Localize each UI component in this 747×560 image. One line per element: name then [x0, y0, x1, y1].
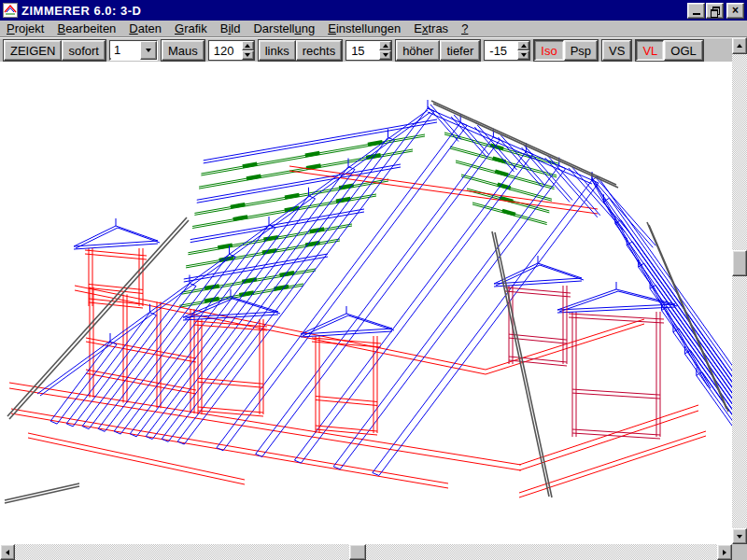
ogl-button[interactable]: OGL	[664, 40, 702, 61]
arrow-down-icon	[737, 535, 742, 541]
arrow-left-icon	[3, 550, 9, 555]
arrow-right-icon	[723, 550, 729, 555]
show-group: ZEIGEN sofort	[3, 39, 106, 62]
rechts-button[interactable]: rechts	[296, 40, 342, 61]
zeigen-button[interactable]: ZEIGEN	[4, 40, 62, 61]
rotation-up-button[interactable]	[242, 41, 254, 50]
application-window: { "window": { "title": "ZIMMERER 6.0: 3-…	[0, 0, 747, 560]
menu-item-einstellungen[interactable]: Einstellungen	[321, 21, 407, 36]
menu-item-bild[interactable]: Bild	[214, 21, 247, 36]
app-icon[interactable]	[3, 3, 18, 18]
spin-up-icon	[245, 41, 250, 48]
render-mode-group: VL OGL	[635, 39, 703, 62]
tilt-spinner[interactable]	[484, 40, 530, 61]
hoeher-button[interactable]: höher	[396, 40, 440, 61]
menu-item-bearbeiten[interactable]: Bearbeiten	[50, 21, 122, 36]
vscroll-up-button[interactable]	[732, 37, 747, 54]
view-number-combobox[interactable]	[109, 40, 158, 61]
tilt-value-input[interactable]	[485, 41, 517, 60]
roof-wireframe-drawing	[0, 62, 732, 544]
rotate-group: links rechts	[258, 39, 343, 62]
menu-item-daten[interactable]: Daten	[122, 21, 168, 36]
hscroll-left-button[interactable]	[0, 544, 15, 560]
step-value-input[interactable]	[346, 41, 379, 60]
vscroll-down-button[interactable]	[732, 528, 747, 544]
close-icon: ×	[732, 6, 739, 15]
rotation-spinner[interactable]	[208, 40, 255, 61]
vs-group: VS	[601, 39, 632, 62]
hscroll-right-button[interactable]	[717, 544, 732, 560]
arrow-up-icon	[737, 41, 742, 48]
rotation-value-input[interactable]	[209, 41, 242, 60]
maus-button[interactable]: Maus	[162, 40, 204, 61]
restore-icon	[711, 7, 719, 15]
step-spinner[interactable]	[345, 40, 392, 61]
close-button[interactable]: ×	[726, 3, 744, 19]
links-button[interactable]: links	[259, 40, 296, 61]
menu-bar: ProjektBearbeitenDatenGrafikBildDarstell…	[0, 21, 747, 37]
window-title: ZIMMERER 6.0: 3-D	[21, 4, 687, 18]
minimize-icon	[693, 13, 700, 15]
roof-sketch-icon	[4, 4, 17, 17]
drawing-viewport[interactable]	[0, 62, 732, 544]
title-bar[interactable]: ZIMMERER 6.0: 3-D ×	[0, 0, 747, 21]
iso-button[interactable]: Iso	[534, 40, 563, 61]
toolbar: ZEIGEN sofort Maus links rechts höher ti…	[0, 37, 732, 63]
hscroll-track[interactable]	[15, 544, 717, 560]
height-group: höher tiefer	[395, 39, 481, 62]
spin-down-icon	[245, 53, 250, 60]
vscroll-track[interactable]	[732, 54, 747, 528]
spin-down-icon	[383, 53, 388, 60]
maus-group: Maus	[161, 39, 205, 62]
step-down-button[interactable]	[379, 50, 391, 60]
spin-down-icon	[521, 53, 527, 60]
vl-button[interactable]: VL	[636, 40, 664, 61]
spin-up-icon	[521, 41, 527, 48]
tilt-up-button[interactable]	[517, 41, 529, 50]
menu-item-grafik[interactable]: Grafik	[168, 21, 214, 36]
step-up-button[interactable]	[379, 41, 391, 50]
menu-item-projekt[interactable]: Projekt	[0, 21, 50, 36]
psp-button[interactable]: Psp	[564, 40, 598, 61]
sofort-button[interactable]: sofort	[62, 40, 106, 61]
menu-item-?[interactable]: ?	[455, 21, 474, 36]
vs-button[interactable]: VS	[602, 40, 631, 61]
menu-item-darstellung[interactable]: Darstellung	[247, 21, 321, 36]
projection-group: Iso Psp	[533, 39, 599, 62]
minimize-button[interactable]	[687, 3, 705, 19]
restore-button[interactable]	[706, 3, 724, 19]
vscroll-thumb[interactable]	[732, 250, 747, 276]
tiefer-button[interactable]: tiefer	[440, 40, 480, 61]
spin-up-icon	[383, 41, 388, 48]
combobox-dropdown-button[interactable]	[140, 41, 157, 60]
view-number-input[interactable]	[110, 41, 140, 58]
hscroll-thumb[interactable]	[349, 544, 366, 560]
chevron-down-icon	[146, 49, 151, 55]
tilt-down-button[interactable]	[517, 50, 529, 60]
menu-item-extras[interactable]: Extras	[407, 21, 455, 36]
rotation-down-button[interactable]	[242, 50, 254, 60]
scrollbar-corner	[732, 544, 747, 560]
